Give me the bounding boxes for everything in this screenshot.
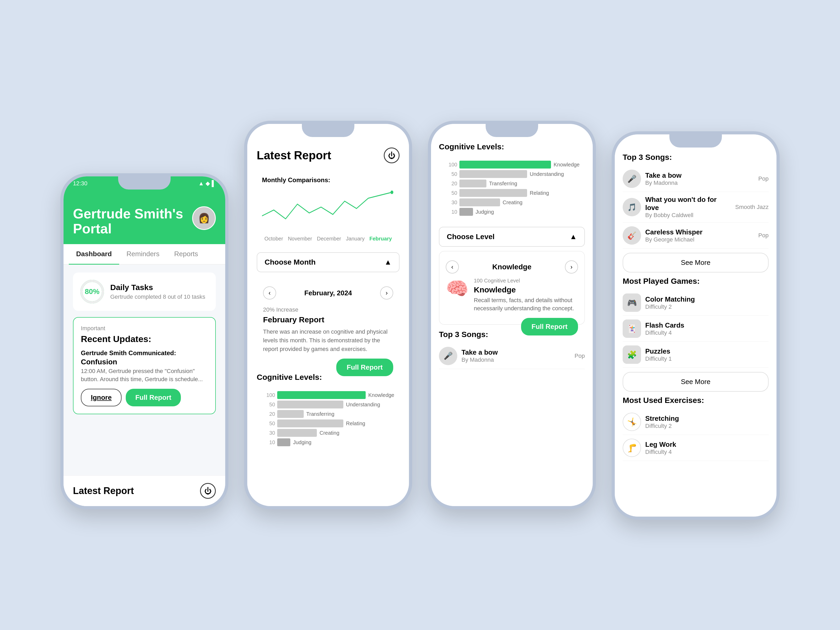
cog-bars-container: 100 Knowledge 50 Understanding 20 Transf… bbox=[257, 386, 399, 453]
exercise-name-2: Leg Work bbox=[645, 441, 769, 448]
tab-dashboard[interactable]: Dashboard bbox=[69, 244, 119, 265]
chevron-up-icon: ▲ bbox=[384, 258, 392, 267]
choose-level-dropdown[interactable]: Choose Level ▲ bbox=[439, 227, 585, 247]
tab-bar: Dashboard Reminders Reports bbox=[63, 244, 225, 265]
game-diff-2: Difficulty 4 bbox=[645, 330, 769, 336]
month-october: October bbox=[264, 236, 283, 242]
recent-updates-title: Recent Updates: bbox=[81, 334, 208, 344]
update-detail: 12:00 AM, Gertrude pressed the "Confusio… bbox=[81, 367, 208, 384]
songs-title-p4: Top 3 Songs: bbox=[623, 153, 769, 162]
portal-header: Gertrude Smith's Portal 👩 bbox=[63, 188, 225, 244]
line-chart bbox=[262, 186, 394, 234]
svg-point-0 bbox=[391, 191, 393, 194]
user-avatar: 👩 bbox=[192, 206, 216, 230]
notch-1 bbox=[118, 177, 171, 189]
daily-tasks-title: Daily Tasks bbox=[110, 283, 205, 292]
knowledge-level-card: ‹ Knowledge › 🧠 100 Cognitive Level Know… bbox=[439, 251, 585, 325]
tab-reports[interactable]: Reports bbox=[167, 244, 205, 265]
game-name-3: Puzzles bbox=[645, 347, 769, 355]
song-artist-3: By George Michael bbox=[645, 236, 754, 243]
song-genre-3: Pop bbox=[758, 232, 769, 239]
see-more-games-button[interactable]: See More bbox=[623, 372, 769, 392]
cog-bars-p3: 100 Knowledge 50 Understanding 20 Transf… bbox=[439, 155, 585, 223]
song-name-3: Careless Whisper bbox=[645, 228, 754, 236]
selected-month-label: February, 2024 bbox=[304, 289, 352, 297]
game-icon-1: 🎮 bbox=[623, 294, 641, 312]
song-genre-1-p3: Pop bbox=[575, 352, 585, 359]
full-report-button-p1[interactable]: Full Report bbox=[126, 389, 181, 406]
phone3-content: Cognitive Levels: 100 Knowledge 50 Under… bbox=[431, 124, 593, 374]
level-sub-label: 100 Cognitive Level bbox=[474, 278, 578, 284]
recent-updates-card: Important Recent Updates: Gertrude Smith… bbox=[73, 317, 216, 414]
phone-2: Latest Report ⏻ Monthly Comparisons: Oct… bbox=[244, 121, 412, 509]
exercises-title-p4: Most Used Exercises: bbox=[623, 396, 769, 405]
portal-title: Gertrude Smith's Portal bbox=[73, 206, 192, 236]
song-genre-2: Smooth Jazz bbox=[735, 204, 769, 210]
phone2-content: Latest Report ⏻ Monthly Comparisons: Oct… bbox=[247, 124, 409, 461]
chart-months: October November December January Februa… bbox=[262, 236, 394, 242]
cog-bar-transferring: 20 Transferring bbox=[262, 410, 394, 418]
month-december: December bbox=[317, 236, 341, 242]
next-level-button[interactable]: › bbox=[565, 261, 578, 273]
full-report-btn-p3[interactable]: Full Report bbox=[521, 318, 578, 335]
footer-latest-report: Latest Report ⏻ bbox=[63, 475, 225, 506]
phone-1: 12:30 ▲ ◆ ▌ Gertrude Smith's Portal 👩 Da… bbox=[60, 173, 228, 509]
exercise-icon-1: 🤸 bbox=[623, 413, 641, 431]
notch-2 bbox=[302, 124, 354, 137]
prev-level-button[interactable]: ‹ bbox=[446, 261, 459, 273]
games-title-p4: Most Played Games: bbox=[623, 277, 769, 286]
level-nav-label: Knowledge bbox=[492, 263, 531, 271]
time-display: 12:30 bbox=[73, 180, 87, 187]
see-more-songs-button[interactable]: See More bbox=[623, 253, 769, 273]
exercise-diff-1: Difficulty 2 bbox=[645, 423, 769, 429]
level-desc: Recall terms, facts, and details without… bbox=[474, 296, 578, 313]
level-mascot: 🧠 bbox=[446, 278, 469, 299]
full-report-btn-p2[interactable]: Full Report bbox=[336, 358, 393, 376]
ignore-button[interactable]: Ignore bbox=[81, 389, 122, 406]
notch-4 bbox=[669, 134, 722, 147]
song-avatar-1: 🎤 bbox=[623, 170, 641, 188]
monthly-comparisons-label: Monthly Comparisons: bbox=[262, 177, 394, 184]
song-take-a-bow: 🎤 Take a bow By Madonna Pop bbox=[623, 166, 769, 192]
month-february: February bbox=[369, 236, 392, 242]
phone-4: Top 3 Songs: 🎤 Take a bow By Madonna Pop… bbox=[612, 131, 780, 520]
choose-level-label: Choose Level bbox=[447, 232, 494, 241]
song-careless-whisper: 🎸 Careless Whisper By George Michael Pop bbox=[623, 223, 769, 249]
song-avatar-2: 🎵 bbox=[623, 198, 641, 216]
cog-bar-relating: 50 Relating bbox=[262, 420, 394, 427]
cognitive-levels-section: Cognitive Levels: 100 Knowledge 50 Under… bbox=[257, 373, 399, 453]
power-icon-p2[interactable]: ⏻ bbox=[384, 147, 399, 163]
songs-section-p3: Top 3 Songs: 🎤 Take a bow By Madonna Pop bbox=[439, 330, 585, 369]
signal-icons: ▲ ◆ ▌ bbox=[198, 180, 216, 187]
power-icon[interactable]: ⏻ bbox=[200, 483, 216, 499]
game-color-matching: 🎮 Color Matching Difficulty 2 bbox=[623, 290, 769, 316]
cog-bar-judging: 10 Judging bbox=[262, 438, 394, 446]
level-navigator: ‹ Knowledge › bbox=[446, 258, 578, 278]
tab-reminders[interactable]: Reminders bbox=[119, 244, 167, 265]
month-november: November bbox=[288, 236, 312, 242]
exercise-diff-2: Difficulty 4 bbox=[645, 448, 769, 455]
daily-tasks-card: 80% Daily Tasks Gertrude completed 8 out… bbox=[73, 273, 216, 311]
chevron-up-icon-p3: ▲ bbox=[570, 232, 577, 241]
report-text: There was an increase on cognitive and p… bbox=[263, 327, 393, 353]
song-genre-1: Pop bbox=[758, 175, 769, 182]
song-artist-1-p3: By Madonna bbox=[461, 357, 570, 363]
song-avatar-1-p3: 🎤 bbox=[439, 347, 457, 365]
progress-circle: 80% bbox=[81, 280, 104, 303]
game-icon-2: 🃏 bbox=[623, 319, 641, 338]
game-icon-3: 🧩 bbox=[623, 346, 641, 364]
footer-title: Latest Report bbox=[73, 485, 134, 496]
next-month-button[interactable]: › bbox=[380, 286, 393, 300]
cog-bar-creating: 30 Creating bbox=[262, 429, 394, 437]
song-name-1: Take a bow bbox=[645, 171, 754, 180]
prev-month-button[interactable]: ‹ bbox=[263, 286, 276, 300]
update-who: Gertrude Smith Communicated: bbox=[81, 349, 208, 357]
song-what-you-wont: 🎵 What you won't do for love By Bobby Ca… bbox=[623, 192, 769, 223]
game-name-2: Flash Cards bbox=[645, 321, 769, 330]
game-puzzles: 🧩 Puzzles Difficulty 1 bbox=[623, 342, 769, 368]
exercise-icon-2: 🦵 bbox=[623, 439, 641, 457]
exercise-name-1: Stretching bbox=[645, 414, 769, 423]
song-name-2: What you won't do for love bbox=[645, 196, 731, 212]
cog-bar-knowledge: 100 Knowledge bbox=[262, 391, 394, 399]
choose-month-dropdown[interactable]: Choose Month ▲ bbox=[257, 252, 399, 272]
